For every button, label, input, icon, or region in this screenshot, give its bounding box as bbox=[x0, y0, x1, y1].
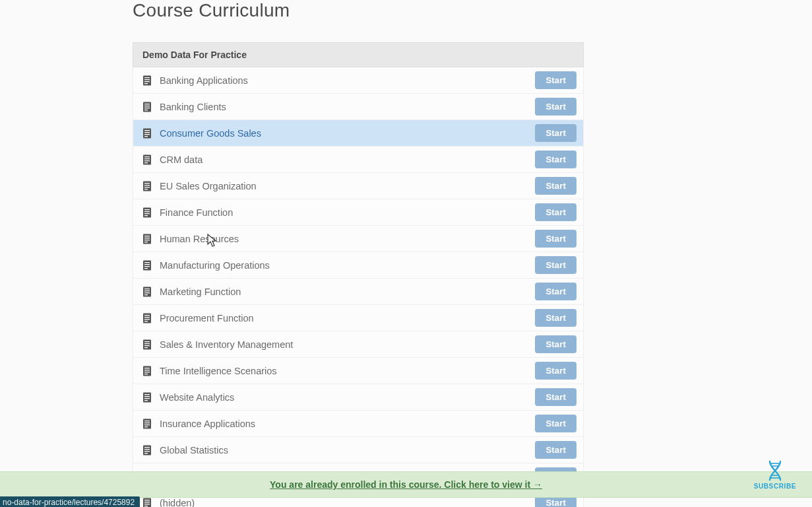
section-header: Demo Data For Practice bbox=[133, 42, 584, 67]
svg-rect-33 bbox=[144, 240, 150, 240]
svg-rect-16 bbox=[144, 156, 150, 157]
curriculum-section: Demo Data For Practice Banking Applicati… bbox=[133, 42, 584, 507]
svg-rect-57 bbox=[144, 370, 150, 370]
svg-rect-6 bbox=[144, 104, 150, 104]
lecture-label: Time Intelligence Scenarios bbox=[160, 366, 277, 376]
lecture-row[interactable]: Sales & Inventory Management Start bbox=[133, 331, 584, 358]
svg-rect-19 bbox=[144, 162, 148, 163]
lecture-row[interactable]: Banking Applications Start bbox=[133, 67, 584, 94]
document-icon bbox=[142, 419, 152, 429]
svg-rect-72 bbox=[144, 449, 150, 450]
svg-rect-61 bbox=[144, 394, 150, 395]
start-button[interactable]: Start bbox=[535, 124, 577, 142]
svg-rect-18 bbox=[144, 160, 150, 161]
lecture-row[interactable]: Time Intelligence Scenarios Start bbox=[133, 358, 584, 384]
subscribe-widget[interactable]: SUBSCRIBE bbox=[754, 460, 796, 490]
start-button[interactable]: Start bbox=[535, 335, 577, 353]
start-button[interactable]: Start bbox=[535, 309, 577, 327]
document-icon bbox=[142, 498, 152, 508]
svg-rect-23 bbox=[144, 187, 150, 187]
svg-rect-22 bbox=[144, 185, 150, 186]
svg-rect-13 bbox=[144, 134, 150, 135]
start-button[interactable]: Start bbox=[535, 203, 577, 221]
svg-rect-42 bbox=[144, 290, 150, 291]
lecture-row[interactable]: Manufacturing Operations Start bbox=[133, 252, 584, 279]
lecture-label: Global Statistics bbox=[160, 445, 228, 456]
lecture-label: CRM data bbox=[160, 154, 203, 165]
status-bar-url: no-data-for-practice/lectures/4725892 bbox=[0, 496, 140, 507]
svg-rect-63 bbox=[144, 398, 150, 399]
svg-rect-37 bbox=[144, 264, 150, 265]
enrolled-banner-link[interactable]: You are already enrolled in this course.… bbox=[270, 479, 542, 490]
document-icon bbox=[142, 392, 152, 403]
svg-rect-29 bbox=[144, 215, 148, 216]
svg-rect-83 bbox=[144, 504, 150, 504]
svg-rect-47 bbox=[144, 317, 150, 318]
svg-rect-48 bbox=[144, 319, 150, 320]
lecture-label: Marketing Function bbox=[160, 287, 241, 297]
document-icon bbox=[142, 75, 152, 86]
document-icon bbox=[142, 154, 152, 165]
svg-rect-44 bbox=[144, 294, 148, 295]
svg-rect-11 bbox=[144, 130, 150, 131]
svg-rect-59 bbox=[144, 374, 148, 374]
svg-rect-4 bbox=[144, 83, 148, 84]
lecture-label: Procurement Function bbox=[160, 313, 254, 323]
lecture-row[interactable]: Insurance Applications Start bbox=[133, 411, 584, 437]
document-icon bbox=[142, 445, 152, 456]
lecture-label: Website Analytics bbox=[160, 392, 234, 403]
svg-rect-84 bbox=[144, 506, 148, 506]
enrolled-banner: You are already enrolled in this course.… bbox=[0, 471, 812, 498]
svg-rect-68 bbox=[144, 424, 150, 425]
lecture-row[interactable]: Consumer Goods Sales Start bbox=[133, 120, 584, 147]
start-button[interactable]: Start bbox=[535, 230, 577, 248]
document-icon bbox=[142, 260, 152, 271]
svg-rect-46 bbox=[144, 315, 150, 316]
svg-rect-9 bbox=[144, 110, 148, 110]
start-button[interactable]: Start bbox=[535, 71, 577, 89]
lecture-label: Banking Applications bbox=[160, 75, 248, 86]
svg-rect-3 bbox=[144, 81, 150, 82]
start-button[interactable]: Start bbox=[535, 177, 577, 195]
start-button[interactable]: Start bbox=[535, 362, 577, 380]
lecture-label: (hidden) bbox=[160, 498, 195, 508]
lecture-row[interactable]: Website Analytics Start bbox=[133, 384, 584, 411]
svg-rect-38 bbox=[144, 266, 150, 267]
start-button[interactable]: Start bbox=[535, 151, 577, 168]
lecture-label: Manufacturing Operations bbox=[160, 260, 270, 271]
start-button[interactable]: Start bbox=[535, 441, 577, 459]
svg-rect-21 bbox=[144, 183, 150, 184]
document-icon bbox=[142, 102, 152, 112]
document-icon bbox=[142, 313, 152, 323]
lecture-row[interactable]: Global Statistics Start bbox=[133, 437, 584, 463]
svg-rect-62 bbox=[144, 396, 150, 397]
lecture-row[interactable]: Marketing Function Start bbox=[133, 279, 584, 305]
svg-rect-8 bbox=[144, 108, 150, 108]
start-button[interactable]: Start bbox=[535, 256, 577, 274]
dna-icon bbox=[765, 460, 786, 481]
lecture-row[interactable]: Banking Clients Start bbox=[133, 94, 584, 120]
svg-rect-71 bbox=[144, 447, 150, 448]
svg-rect-2 bbox=[144, 79, 150, 80]
lecture-row[interactable]: Finance Function Start bbox=[133, 199, 584, 226]
lecture-label: Banking Clients bbox=[160, 102, 226, 112]
document-icon bbox=[142, 234, 152, 244]
lecture-row[interactable]: Human Resources Start bbox=[133, 226, 584, 252]
svg-rect-28 bbox=[144, 213, 150, 214]
start-button[interactable]: Start bbox=[535, 283, 577, 300]
svg-rect-54 bbox=[144, 347, 148, 348]
svg-rect-26 bbox=[144, 209, 150, 210]
lecture-row[interactable]: CRM data Start bbox=[133, 147, 584, 173]
svg-rect-69 bbox=[144, 426, 148, 427]
lecture-row[interactable]: Procurement Function Start bbox=[133, 305, 584, 331]
start-button[interactable]: Start bbox=[535, 388, 577, 406]
svg-rect-74 bbox=[144, 453, 148, 454]
svg-rect-73 bbox=[144, 451, 150, 452]
svg-rect-24 bbox=[144, 189, 148, 189]
svg-rect-41 bbox=[144, 288, 150, 289]
start-button[interactable]: Start bbox=[535, 415, 577, 432]
lecture-row[interactable]: EU Sales Organization Start bbox=[133, 173, 584, 199]
document-icon bbox=[142, 128, 152, 139]
start-button[interactable]: Start bbox=[535, 98, 577, 116]
document-icon bbox=[142, 287, 152, 297]
